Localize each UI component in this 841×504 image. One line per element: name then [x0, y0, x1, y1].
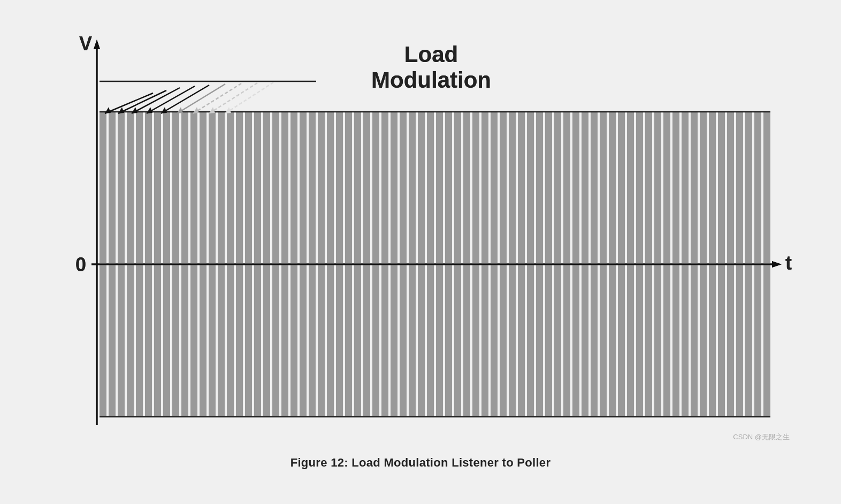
- svg-rect-34: [354, 112, 361, 264]
- svg-rect-61: [600, 112, 607, 264]
- svg-rect-11: [145, 112, 152, 264]
- svg-rect-39: [400, 112, 407, 264]
- svg-rect-119: [454, 264, 461, 417]
- svg-rect-12: [154, 112, 161, 264]
- svg-rect-145: [691, 264, 698, 417]
- svg-rect-9: [127, 112, 134, 264]
- svg-rect-65: [636, 112, 643, 264]
- svg-rect-22: [245, 112, 252, 264]
- svg-rect-67: [654, 112, 661, 264]
- svg-rect-97: [254, 264, 261, 417]
- svg-rect-19: [218, 112, 225, 264]
- svg-rect-37: [381, 112, 388, 264]
- svg-rect-151: [745, 264, 752, 417]
- svg-rect-31: [327, 112, 334, 264]
- svg-rect-83: [127, 264, 134, 417]
- svg-rect-38: [391, 112, 397, 264]
- svg-rect-50: [500, 112, 507, 264]
- svg-rect-8: [118, 112, 125, 264]
- svg-text:Modulation: Modulation: [371, 67, 491, 93]
- svg-rect-98: [263, 264, 270, 417]
- svg-rect-124: [500, 264, 507, 417]
- svg-rect-32: [336, 112, 343, 264]
- svg-rect-150: [736, 264, 743, 417]
- svg-rect-107: [345, 264, 352, 417]
- svg-rect-24: [263, 112, 270, 264]
- svg-rect-59: [582, 112, 588, 264]
- svg-rect-26: [281, 112, 288, 264]
- svg-rect-54: [536, 112, 543, 264]
- svg-rect-89: [181, 264, 188, 417]
- svg-rect-49: [491, 112, 498, 264]
- svg-rect-57: [563, 112, 570, 264]
- svg-rect-48: [481, 112, 488, 264]
- svg-rect-138: [627, 264, 634, 417]
- svg-rect-148: [718, 264, 725, 417]
- svg-rect-80: [100, 264, 106, 417]
- svg-rect-103: [309, 264, 316, 417]
- svg-rect-149: [727, 264, 734, 417]
- svg-rect-44: [445, 112, 452, 264]
- svg-rect-30: [318, 112, 325, 264]
- svg-rect-100: [281, 264, 288, 417]
- svg-rect-108: [354, 264, 361, 417]
- chart-svg: Load Modulation V t 0: [46, 34, 795, 446]
- svg-rect-90: [190, 264, 197, 417]
- svg-rect-15: [181, 112, 188, 264]
- main-container: Load Modulation V t 0: [0, 0, 841, 504]
- svg-rect-122: [481, 264, 488, 417]
- svg-rect-68: [663, 112, 670, 264]
- svg-rect-78: [754, 112, 761, 264]
- svg-rect-10: [136, 112, 143, 264]
- svg-rect-84: [136, 264, 143, 417]
- svg-rect-129: [545, 264, 552, 417]
- svg-rect-101: [290, 264, 297, 417]
- svg-rect-6: [100, 112, 106, 264]
- svg-rect-81: [109, 264, 116, 417]
- svg-rect-105: [327, 264, 334, 417]
- svg-rect-33: [345, 112, 352, 264]
- svg-rect-35: [363, 112, 370, 264]
- svg-rect-69: [672, 112, 679, 264]
- svg-rect-29: [309, 112, 316, 264]
- svg-rect-142: [663, 264, 670, 417]
- svg-rect-87: [163, 264, 170, 417]
- svg-rect-92: [209, 264, 216, 417]
- svg-rect-66: [645, 112, 652, 264]
- svg-rect-96: [245, 264, 252, 417]
- svg-rect-64: [627, 112, 634, 264]
- svg-rect-102: [300, 264, 307, 417]
- svg-rect-21: [236, 112, 243, 264]
- svg-rect-7: [109, 112, 116, 264]
- svg-rect-17: [200, 112, 207, 264]
- svg-rect-62: [609, 112, 616, 264]
- svg-rect-42: [427, 112, 434, 264]
- svg-text:Load: Load: [404, 42, 458, 67]
- svg-rect-106: [336, 264, 343, 417]
- svg-rect-47: [472, 112, 479, 264]
- svg-rect-153: [763, 264, 770, 417]
- svg-rect-140: [645, 264, 652, 417]
- svg-rect-71: [691, 112, 698, 264]
- svg-rect-63: [618, 112, 625, 264]
- svg-rect-79: [763, 112, 770, 264]
- svg-rect-51: [509, 112, 516, 264]
- svg-rect-53: [527, 112, 534, 264]
- svg-rect-116: [427, 264, 434, 417]
- svg-rect-14: [172, 112, 179, 264]
- svg-rect-132: [572, 264, 579, 417]
- svg-rect-55: [545, 112, 552, 264]
- svg-rect-40: [409, 112, 416, 264]
- svg-rect-137: [618, 264, 625, 417]
- svg-rect-123: [491, 264, 498, 417]
- svg-rect-109: [363, 264, 370, 417]
- svg-rect-85: [145, 264, 152, 417]
- svg-rect-94: [227, 264, 234, 417]
- svg-rect-86: [154, 264, 161, 417]
- svg-rect-112: [391, 264, 397, 417]
- svg-rect-56: [554, 112, 561, 264]
- svg-text:0: 0: [75, 254, 86, 276]
- svg-rect-52: [518, 112, 525, 264]
- svg-rect-131: [563, 264, 570, 417]
- svg-rect-73: [709, 112, 716, 264]
